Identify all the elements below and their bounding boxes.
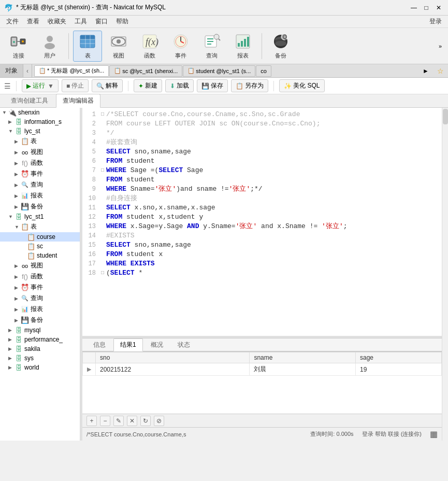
action-sep-1: [128, 81, 128, 91]
menu-window[interactable]: 窗口: [91, 16, 112, 27]
toolbar-backup[interactable]: Q 备份: [266, 31, 295, 62]
doc-tab-co[interactable]: co: [256, 65, 271, 77]
toolbar-report[interactable]: 报表: [228, 31, 257, 62]
sidebar-item-shenxin[interactable]: ▼ 🔌 shenxin: [0, 108, 80, 117]
doc-tab-label-1: * 无标题 @lyc_st (sh...: [47, 67, 104, 75]
toolbar-more[interactable]: »: [437, 41, 444, 51]
tab-query-builder[interactable]: 查询创建工具: [4, 94, 55, 108]
sidebar: ▼ 🔌 shenxin ▶ 🗄 information_s ▼ 🗄 lyc_st…: [0, 108, 80, 441]
doc-tab-untitled[interactable]: 📋 * 无标题 @lyc_st (sh...: [34, 65, 109, 77]
sidebar-item-lyc_st-table[interactable]: ▶ 📋 表: [0, 136, 80, 147]
toolbar-user[interactable]: 用户: [35, 31, 64, 62]
code-editor[interactable]: 1 □ /*SELECT course.Cno,course.Cname,sc.…: [82, 108, 442, 336]
run-dropdown-icon[interactable]: ▼: [48, 82, 54, 90]
sidebar-item-world[interactable]: ▶ 🗄 world: [0, 363, 80, 372]
doc-tab-star[interactable]: ☆: [433, 64, 448, 77]
result-tab-result1[interactable]: 结果1: [113, 338, 143, 351]
sidebar-item-course[interactable]: 📋 course: [0, 232, 80, 242]
menu-login[interactable]: 登录: [425, 16, 446, 27]
toolbar-table[interactable]: 表: [73, 31, 102, 62]
menu-view[interactable]: 查看: [23, 16, 44, 27]
sidebar-item-lyc_st-query[interactable]: ▶ 🔍 查询: [0, 179, 80, 190]
sidebar-label-information_s: information_s: [24, 118, 62, 125]
svg-point-15: [117, 39, 121, 44]
sidebar-label: 查询: [31, 294, 43, 303]
menu-icon[interactable]: ☰: [4, 82, 11, 90]
maximize-button[interactable]: □: [421, 3, 431, 13]
add-row-button[interactable]: +: [86, 416, 97, 426]
sidebar-item-lyc_st1-event[interactable]: ▶ ⏰ 事件: [0, 282, 80, 293]
sidebar-item-lyc_st-backup[interactable]: ▶ 💾 备份: [0, 201, 80, 212]
sidebar-item-lyc_st-report[interactable]: ▶ 📊 报表: [0, 190, 80, 201]
doc-tab-nav-right[interactable]: ►: [418, 64, 433, 77]
tab-query-editor[interactable]: 查询编辑器: [56, 94, 100, 108]
stop-button[interactable]: ■ 停止: [62, 79, 89, 92]
sidebar-item-information_s[interactable]: ▶ 🗄 information_s: [0, 117, 80, 126]
code-line-17: 17 WHERE EXISTS: [82, 259, 442, 268]
toolbar-view[interactable]: 视图: [104, 31, 133, 62]
doc-tab-sc[interactable]: 📋 sc @lyc_st1 (shenxi...: [109, 65, 182, 77]
sidebar-item-lyc_st1[interactable]: ▼ 🗄 lyc_st1: [0, 212, 80, 221]
table-row[interactable]: ▶ 200215122 刘晨 19: [83, 363, 442, 376]
remove-row-button[interactable]: −: [100, 416, 110, 426]
tab-chevron[interactable]: ‹: [23, 64, 32, 77]
sidebar-item-sc[interactable]: 📋 sc: [0, 242, 80, 251]
doc-tab-icon-2: 📋: [114, 67, 121, 74]
result-tab-overview[interactable]: 概况: [144, 338, 170, 351]
sidebar-item-student[interactable]: 📋 student: [0, 251, 80, 260]
menu-tools[interactable]: 工具: [70, 16, 91, 27]
explain-button[interactable]: 🔍 解释: [92, 79, 123, 92]
action-sep-2: [273, 81, 274, 91]
sidebar-item-lyc_st1-query[interactable]: ▶ 🔍 查询: [0, 293, 80, 304]
run-button[interactable]: ▶ 运行 ▼: [22, 79, 59, 92]
result-tab-status[interactable]: 状态: [171, 338, 197, 351]
toolbar-connect[interactable]: 连接: [4, 31, 33, 62]
new-button[interactable]: ✦ 新建: [134, 79, 162, 92]
grid-view-icon[interactable]: ▦: [430, 429, 438, 439]
sidebar-item-mysql[interactable]: ▶ 🗄 mysql: [0, 326, 80, 335]
status-query-text: /*SELECT course.Cno,course.Cname,s: [86, 431, 304, 437]
run-icon: ▶: [26, 82, 31, 90]
refresh-button[interactable]: ↻: [140, 416, 151, 426]
load-button[interactable]: ⬇ 加载: [165, 79, 194, 92]
sidebar-label: 函数: [31, 159, 43, 167]
result-tab-info[interactable]: 信息: [86, 338, 112, 351]
menu-bar: 文件 查看 收藏夹 工具 窗口 帮助 登录: [0, 16, 448, 28]
save-as-button[interactable]: 📋 另存为: [231, 79, 268, 92]
doc-tab-student[interactable]: 📋 student @lyc_st1 (s...: [183, 65, 255, 77]
edit-row-button[interactable]: ✎: [113, 416, 124, 426]
minimize-button[interactable]: —: [409, 3, 419, 13]
svg-rect-33: [247, 37, 249, 47]
sidebar-item-sakila[interactable]: ▶ 🗄 sakila: [0, 344, 80, 353]
sidebar-item-lyc_st-view[interactable]: ▶ oo 视图: [0, 147, 80, 158]
sidebar-item-lyc_st1-view[interactable]: ▶ oo 视图: [0, 260, 80, 271]
sidebar-item-sys[interactable]: ▶ 🗄 sys: [0, 353, 80, 363]
filter-button[interactable]: ⊘: [154, 416, 164, 426]
menu-favorites[interactable]: 收藏夹: [44, 16, 70, 27]
toolbar-query[interactable]: 查询: [197, 31, 226, 62]
sidebar-item-lyc_st1-table[interactable]: ▼ 📋 表: [0, 221, 80, 232]
sidebar-item-lyc_st1-report[interactable]: ▶ 📊 报表: [0, 304, 80, 315]
new-icon: ✦: [138, 82, 143, 90]
toolbar-event[interactable]: 事件: [166, 31, 195, 62]
sidebar-item-lyc_st-event[interactable]: ▶ ⏰ 事件: [0, 168, 80, 179]
sidebar-item-lyc_st1-backup[interactable]: ▶ 💾 备份: [0, 315, 80, 326]
close-button[interactable]: ✕: [433, 3, 444, 13]
code-line-15: 15 SELECT sno,sname,sage: [82, 240, 442, 250]
toolbar-func[interactable]: f(x) 函数: [135, 31, 164, 62]
save-button[interactable]: 💾 保存: [197, 79, 228, 92]
beautify-button[interactable]: ✨ 美化 SQL: [279, 79, 324, 92]
sidebar-item-performance[interactable]: ▶ 🗄 performance_: [0, 335, 80, 344]
load-icon: ⬇: [170, 82, 175, 90]
beautify-label: 美化 SQL: [293, 81, 320, 90]
scrollbar-thumb[interactable]: [443, 109, 448, 124]
sidebar-item-lyc_st[interactable]: ▼ 🗄 lyc_st: [0, 126, 80, 136]
scrollbar-track: [442, 108, 448, 441]
tab-object[interactable]: 对象: [0, 64, 23, 77]
delete-row-button[interactable]: ✕: [127, 416, 137, 426]
menu-help[interactable]: 帮助: [112, 16, 133, 27]
sidebar-item-lyc_st-func[interactable]: ▶ f() 函数: [0, 158, 80, 168]
menu-file[interactable]: 文件: [2, 16, 23, 27]
sidebar-item-lyc_st1-func[interactable]: ▶ f() 函数: [0, 271, 80, 282]
db-icon-2: 🗄: [15, 128, 23, 135]
